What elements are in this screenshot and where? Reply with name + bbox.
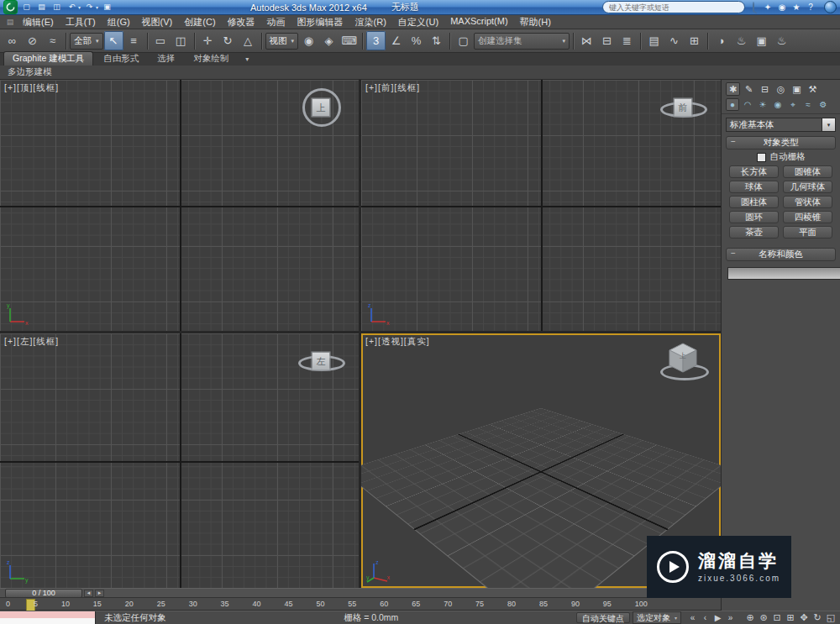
schematic-view-button[interactable]: ⊞ [685, 31, 704, 50]
tab-modify[interactable]: ✎ [742, 82, 756, 96]
viewport-label[interactable]: [+][顶][线框] [4, 82, 59, 94]
infocenter-sphere-icon[interactable] [824, 1, 837, 13]
workspace-icon[interactable]: ▤ [3, 18, 17, 26]
next-frame-button[interactable]: ▸ [95, 590, 104, 597]
orbit-button[interactable]: ↻ [811, 611, 824, 624]
category-cameras[interactable]: ◉ [771, 98, 785, 111]
ribbon-tab-object-paint[interactable]: 对象绘制 [185, 52, 237, 66]
object-type-button[interactable]: 长方体 [729, 165, 779, 178]
align-button[interactable]: ⊟ [597, 31, 617, 50]
ribbon-minimize-icon[interactable]: ▾ [245, 55, 249, 63]
tab-motion[interactable]: ◎ [774, 82, 788, 96]
select-and-scale-button[interactable]: △ [239, 31, 258, 50]
listener-script-line[interactable] [0, 618, 95, 624]
viewcube[interactable]: 上 [297, 87, 345, 128]
redo-button[interactable]: ↷ [83, 2, 96, 13]
category-lights[interactable]: ☀ [756, 98, 769, 111]
geometry-category-dropdown[interactable]: 标准基本体 ▾ [726, 118, 836, 132]
menu-item[interactable]: 组(G) [102, 15, 136, 29]
previous-frame-button[interactable]: ◂ [84, 590, 93, 597]
tab-display[interactable]: ▣ [790, 82, 804, 96]
window-crossing-button[interactable]: ◫ [171, 31, 191, 50]
select-object-button[interactable]: ↖ [104, 31, 123, 50]
angle-snap-button[interactable]: ∠ [386, 31, 406, 50]
favorites-icon[interactable]: ★ [790, 3, 802, 12]
menu-item[interactable]: MAXScript(M) [444, 15, 513, 29]
select-and-rotate-button[interactable]: ↻ [218, 31, 238, 50]
object-type-button[interactable]: 管状体 [783, 196, 832, 208]
tab-utilities[interactable]: ⚒ [806, 82, 820, 96]
ribbon-panel-polygon-modeling[interactable]: 多边形建模 [8, 66, 52, 78]
object-type-button[interactable]: 四棱锥 [783, 211, 832, 223]
object-type-button[interactable]: 几何球体 [783, 181, 832, 193]
render-production-button[interactable]: ♨ [772, 31, 791, 50]
object-type-button[interactable]: 圆锥体 [783, 165, 832, 178]
menu-item[interactable]: 修改器 [222, 15, 261, 29]
menu-item[interactable]: 工具(T) [60, 15, 102, 29]
viewcube[interactable]: 左 [297, 340, 345, 382]
object-type-button[interactable]: 圆柱体 [729, 196, 779, 208]
keyboard-shortcut-override-button[interactable]: ⌨ [339, 31, 359, 50]
selection-region-button[interactable]: ▭ [151, 31, 171, 50]
zoom-button[interactable]: ⊕ [743, 611, 757, 624]
select-by-name-button[interactable]: ≡ [124, 31, 144, 50]
undo-dropdown-icon[interactable]: ▾ [78, 4, 81, 10]
zoom-extents-button[interactable]: ⊡ [770, 611, 784, 624]
layer-manager-button[interactable]: ≣ [617, 31, 637, 50]
menu-item[interactable]: 动画 [261, 15, 291, 29]
percent-snap-button[interactable]: % [407, 31, 426, 50]
category-helpers[interactable]: ⌖ [786, 98, 800, 111]
viewport-label[interactable]: [+][透视][真实] [365, 336, 430, 348]
category-space-warps[interactable]: ≈ [801, 98, 815, 111]
autogrid-checkbox[interactable] [757, 153, 766, 162]
select-and-link-button[interactable]: ∞ [3, 31, 22, 50]
project-folder-button[interactable]: ▣ [101, 2, 113, 13]
viewport-label[interactable]: [+][左][线框] [4, 336, 59, 348]
render-setup-button[interactable]: ♨ [732, 31, 751, 50]
snap-toggle-button[interactable]: 3 [366, 31, 386, 50]
pan-view-button[interactable]: ✥ [797, 611, 811, 624]
material-editor-button[interactable]: ◑ [711, 31, 731, 50]
menu-item[interactable]: 视图(V) [136, 15, 179, 29]
auto-key-button[interactable]: 自动关键点 [576, 612, 630, 623]
graphite-ribbon-toggle-button[interactable]: ▤ [644, 31, 664, 50]
viewcube-face[interactable]: 前 [674, 98, 693, 118]
use-pivot-center-button[interactable]: ◉ [299, 31, 318, 50]
viewcube[interactable]: 前 [659, 87, 707, 128]
object-type-button[interactable]: 圆环 [729, 211, 779, 223]
selection-set-dropdown[interactable]: 选定对象 ▾ [633, 611, 681, 624]
viewcube[interactable]: 上 [659, 340, 707, 382]
go-to-start-button[interactable]: « [686, 612, 699, 624]
object-type-button[interactable]: 茶壶 [729, 226, 779, 239]
help-icon[interactable]: ? [805, 3, 816, 12]
listener-macro-line[interactable] [0, 611, 95, 618]
search-icon[interactable] [748, 3, 759, 12]
edit-named-selection-sets-button[interactable]: ▢ [454, 31, 473, 50]
menu-item[interactable]: 编辑(E) [17, 15, 60, 29]
new-scene-button[interactable]: ▢ [20, 2, 33, 13]
application-menu-button[interactable] [3, 0, 18, 14]
undo-button[interactable]: ↶ [66, 2, 78, 13]
viewport-top[interactable]: [+][顶][线框] 上 x y [0, 80, 359, 331]
object-type-button[interactable]: 平面 [783, 226, 832, 239]
track-bar[interactable]: 0510152025303540455055606570758085909510… [0, 598, 721, 611]
previous-key-button[interactable]: ‹ [699, 612, 711, 624]
infocenter-search[interactable] [602, 1, 745, 13]
object-type-button[interactable]: 球体 [729, 181, 779, 193]
menu-item[interactable]: 图形编辑器 [291, 15, 349, 29]
play-animation-button[interactable]: ▶ [711, 612, 724, 624]
maxscript-mini-listener[interactable] [0, 611, 96, 624]
menu-item[interactable]: 渲染(R) [349, 15, 392, 29]
viewport-front[interactable]: [+][前][线框] 前 x z [361, 80, 721, 331]
category-geometry[interactable]: ● [726, 98, 739, 111]
time-slider-handle[interactable]: 0 / 100 [5, 589, 82, 598]
category-shapes[interactable]: ◠ [741, 98, 754, 111]
search-input[interactable] [607, 3, 740, 13]
rollout-name-color-header[interactable]: − 名称和颜色 [726, 248, 836, 261]
bind-to-space-warp-button[interactable]: ≈ [43, 31, 62, 50]
zoom-extents-all-button[interactable]: ⊞ [784, 611, 797, 624]
chevron-down-icon[interactable]: ▾ [822, 118, 835, 131]
subscription-center-icon[interactable]: ✦ [762, 3, 774, 12]
ribbon-tab-graphite-modeling[interactable]: Graphite 建模工具 [3, 51, 93, 66]
object-name-field[interactable] [727, 267, 840, 280]
